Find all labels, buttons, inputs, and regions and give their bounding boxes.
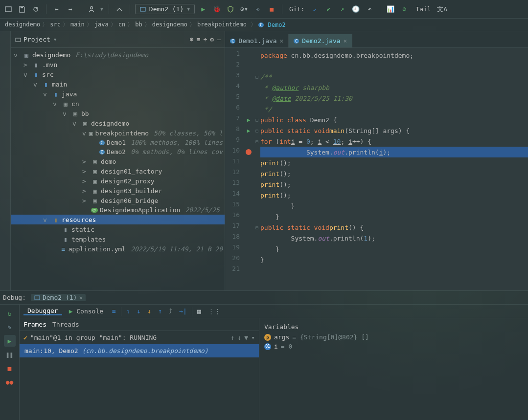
stop-debug-icon[interactable]: ■ <box>4 362 16 374</box>
console-tab[interactable]: ▶ Console <box>65 308 107 315</box>
tree-item[interactable]: ⟳ DesigndemoApplication2022/5/25 <box>11 205 225 215</box>
open-icon[interactable] <box>3 4 14 15</box>
gear-icon[interactable]: ⚙ <box>210 36 214 43</box>
force-step-into-icon[interactable]: ↓ <box>146 308 154 315</box>
profile-icon[interactable]: ⊙▾ <box>239 4 250 15</box>
prev-frame-icon[interactable]: ↑ <box>231 334 235 341</box>
tree-item[interactable]: >▣ design01_factory <box>11 166 225 176</box>
close-icon[interactable]: × <box>79 294 83 301</box>
back-icon[interactable]: ← <box>51 4 62 15</box>
step-icon[interactable] <box>114 4 125 15</box>
tree-item[interactable]: >▣ design06_bridge <box>11 196 225 205</box>
tree-item[interactable]: ▮ static <box>11 224 225 234</box>
tree-item[interactable]: >▣ demo <box>11 156 225 166</box>
crumb-active[interactable]: Demo2 <box>266 22 287 28</box>
filter-icon[interactable]: ▼ <box>244 334 248 341</box>
tree-item[interactable]: >▮ .mvn <box>11 60 225 69</box>
frames-column: Frames Threads ✔ "main"@1 in group "main… <box>20 318 259 420</box>
project-tree[interactable]: v ▣ designdemo E:\study\designdemo >▮ .m… <box>11 48 225 290</box>
left-tool-rail[interactable] <box>0 31 11 290</box>
run-to-cursor-icon[interactable]: →| <box>177 308 189 315</box>
tree-item[interactable]: v▮ src <box>11 69 225 79</box>
user-icon[interactable] <box>86 4 97 15</box>
step-over-icon[interactable]: ⇪ <box>124 308 132 315</box>
crumb[interactable]: designdemo <box>3 21 42 28</box>
crumb[interactable]: java <box>92 21 111 28</box>
threads-tab[interactable]: Threads <box>52 321 79 328</box>
tree-item[interactable]: v▮ resources <box>11 215 225 224</box>
trace-icon[interactable]: ⋮⋮ <box>206 308 223 315</box>
locate-icon[interactable]: ⊕ <box>190 36 194 43</box>
crumb[interactable]: breakpointdemo <box>195 21 249 28</box>
tree-item[interactable]: v▣ designdemo <box>11 118 225 128</box>
editor-fold-column[interactable]: ⊟⊟⊟⊟⊟ <box>253 48 260 290</box>
tree-item[interactable]: ▮ templates <box>11 234 225 244</box>
debug-panel: Debug: Demo2 (1) × ↻ ✎ ▶ ❚❚ ■ ●● Debugge… <box>0 290 528 420</box>
step-out-icon[interactable]: ↑ <box>156 308 164 315</box>
run-icon[interactable]: ▶ <box>198 4 208 15</box>
tree-item[interactable]: C Demo20% methods, 0% lines cov <box>11 147 225 156</box>
crumb[interactable]: bb <box>133 21 144 28</box>
chart-icon[interactable]: 📊 <box>385 4 396 15</box>
crumb[interactable]: main <box>69 21 87 28</box>
close-icon[interactable]: × <box>280 38 283 44</box>
crumb[interactable]: cn <box>116 21 127 28</box>
translate-icon[interactable]: 文A <box>437 4 448 15</box>
evaluate-icon[interactable]: ▦ <box>195 308 203 315</box>
tree-item[interactable]: >▣ design02_proxy <box>11 176 225 186</box>
tree-item[interactable]: v▣ cn <box>11 99 225 109</box>
breakpoints-icon[interactable]: ●● <box>4 376 16 388</box>
editor-tab[interactable]: CDemo1.java× <box>225 34 289 47</box>
expand-icon[interactable]: ≡ <box>197 36 201 43</box>
modify-icon[interactable]: ✎ <box>4 321 16 333</box>
editor-markers[interactable]: ▶▶ <box>244 48 253 290</box>
frame-row[interactable]: main:10, Demo2 (cn.bb.designdemo.breakpo… <box>20 344 259 357</box>
hide-icon[interactable]: — <box>217 36 221 43</box>
run-marker-icon[interactable]: ▶ <box>247 128 251 134</box>
debug-session-tab[interactable]: Demo2 (1) × <box>31 294 86 301</box>
variable-row[interactable]: 01 i = 0 <box>264 342 523 351</box>
save-icon[interactable] <box>17 4 27 15</box>
attach-icon[interactable]: ⟐ <box>253 4 263 15</box>
step-into-icon[interactable]: ↓ <box>135 308 143 315</box>
debugger-tab[interactable]: Debugger <box>23 307 62 315</box>
run-marker-icon[interactable]: ▶ <box>247 117 251 123</box>
more-icon[interactable]: ▾ <box>251 334 255 341</box>
tree-item[interactable]: v▮ main <box>11 79 225 89</box>
tree-item[interactable]: v▮ java <box>11 89 225 99</box>
next-frame-icon[interactable]: ↓ <box>238 334 242 341</box>
stop-icon[interactable]: ■ <box>266 4 277 15</box>
variable-row[interactable]: p args = {String[0]@802} [] <box>264 332 523 342</box>
drop-frame-icon[interactable]: ⤴ <box>167 308 174 315</box>
tree-item[interactable]: ≡ application.yml2022/5/19 11:49, 21 B 2… <box>11 244 225 254</box>
crumb[interactable]: designdemo <box>150 21 189 28</box>
editor-body[interactable]: 123456789101112131415161718192021 ▶▶ ⊟⊟⊟… <box>225 48 528 290</box>
tree-item[interactable]: >▣ design03_builder <box>11 186 225 196</box>
disable-icon[interactable]: ⊘ <box>399 4 410 15</box>
resume-icon[interactable]: ▶ <box>4 335 16 347</box>
rerun-icon[interactable]: ↻ <box>4 308 16 319</box>
forward-icon[interactable]: → <box>65 4 76 15</box>
debug-icon[interactable]: 🐞 <box>211 4 222 15</box>
git-rollback-icon[interactable]: ↶ <box>364 4 375 15</box>
editor-code[interactable]: package cn.bb.designdemo.breakpointdemo;… <box>260 48 528 290</box>
pause-icon[interactable]: ❚❚ <box>4 349 16 360</box>
collapse-icon[interactable]: ÷ <box>204 36 207 43</box>
thread-row[interactable]: ✔ "main"@1 in group "main": RUNNING ↑ ↓ … <box>20 331 259 344</box>
tree-item[interactable]: C Demo1100% methods, 100% lines <box>11 138 225 147</box>
tree-item[interactable]: v▣ breakpointdemo50% classes, 50% l <box>11 128 225 138</box>
show-exec-point-icon[interactable]: ≡ <box>110 308 118 315</box>
tree-item[interactable]: v▣ bb <box>11 109 225 118</box>
frames-tab[interactable]: Frames <box>23 321 46 328</box>
git-commit-icon[interactable]: ✔ <box>323 4 334 15</box>
git-history-icon[interactable]: 🕘 <box>350 4 361 15</box>
reload-icon[interactable] <box>30 4 41 15</box>
close-icon[interactable]: × <box>344 38 347 44</box>
editor-tab[interactable]: CDemo2.java× <box>289 34 352 47</box>
git-pull-icon[interactable]: ↙ <box>309 4 320 15</box>
git-push-icon[interactable]: ↗ <box>337 4 347 15</box>
run-config-combo[interactable]: Demo2 (1) ▾ <box>135 4 195 14</box>
crumb[interactable]: src <box>48 21 63 28</box>
breakpoint-icon[interactable] <box>246 149 252 155</box>
coverage-icon[interactable] <box>225 4 236 15</box>
